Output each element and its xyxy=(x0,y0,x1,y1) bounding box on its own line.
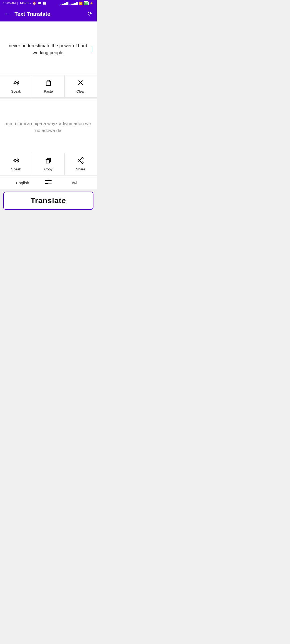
time: 10:05 AM xyxy=(3,2,16,5)
page-title: Text Translate xyxy=(15,11,50,17)
language-bar: English Twi xyxy=(0,176,97,189)
signal-icon-2: ▁▃▅▇ xyxy=(69,2,78,5)
status-left: 10:05 AM | 145KB/s ⏰ 💬 🅿 xyxy=(3,2,46,5)
paste-input-icon xyxy=(45,79,52,88)
history-button[interactable]: ⟳ xyxy=(88,10,92,17)
share-output-label: Share xyxy=(76,167,85,171)
svg-rect-3 xyxy=(47,80,49,82)
svg-point-9 xyxy=(82,158,83,159)
speak-output-icon xyxy=(13,157,20,166)
clear-input-icon xyxy=(77,79,84,88)
copy-output-button[interactable]: Copy xyxy=(32,153,64,175)
swap-languages-button[interactable] xyxy=(41,179,56,187)
svg-point-0 xyxy=(14,82,16,84)
speak-input-icon xyxy=(13,79,20,88)
alarm-icon: ⏰ xyxy=(32,2,36,5)
speak-input-label: Speak xyxy=(11,89,21,93)
copy-output-label: Copy xyxy=(44,167,52,171)
share-output-button[interactable]: Share xyxy=(65,153,97,175)
output-text-content: mmu tumi a nnipa a wɔyɛ adwumaden wɔ no … xyxy=(4,120,92,134)
whatsapp-icon: 💬 xyxy=(38,2,42,5)
input-text-content: never underestimate the power of hard wo… xyxy=(4,42,92,56)
share-output-icon xyxy=(77,157,84,166)
paste-input-label: Paste xyxy=(44,89,53,93)
status-right: ▁▃▅▇ ▁▃▅▇ 📶 63 ⚡ xyxy=(60,1,93,5)
svg-point-11 xyxy=(78,160,79,161)
protect-icon: 🅿 xyxy=(43,2,46,5)
status-bar: 10:05 AM | 145KB/s ⏰ 💬 🅿 ▁▃▅▇ ▁▃▅▇ 📶 63 … xyxy=(0,0,97,6)
output-action-row: Speak Copy Share xyxy=(0,153,97,175)
signal-icon: ▁▃▅▇ xyxy=(60,2,68,5)
network-speed-value: 145KB/s xyxy=(20,2,31,5)
header-left: ← Text Translate xyxy=(4,10,50,17)
clear-input-label: Clear xyxy=(77,89,85,93)
speak-input-button[interactable]: Speak xyxy=(0,75,32,97)
panel-divider xyxy=(0,97,97,98)
speak-output-button[interactable]: Speak xyxy=(0,153,32,175)
svg-point-6 xyxy=(14,159,16,162)
back-button[interactable]: ← xyxy=(4,10,10,17)
text-cursor xyxy=(92,46,92,52)
charging-icon: ⚡ xyxy=(90,2,93,5)
translate-button[interactable]: Translate xyxy=(3,192,93,210)
paste-input-button[interactable]: Paste xyxy=(32,75,64,97)
source-language-button[interactable]: English xyxy=(4,179,41,187)
battery: 63 xyxy=(84,1,89,5)
svg-rect-8 xyxy=(46,159,49,163)
app-header: ← Text Translate ⟳ xyxy=(0,6,97,21)
speak-output-label: Speak xyxy=(11,167,21,171)
output-text-area: mmu tumi a nnipa a wɔyɛ adwumaden wɔ no … xyxy=(4,106,92,148)
svg-point-10 xyxy=(82,162,83,163)
input-text-area[interactable]: never underestimate the power of hard wo… xyxy=(4,28,92,71)
input-panel: never underestimate the power of hard wo… xyxy=(0,21,97,75)
target-language-button[interactable]: Twi xyxy=(56,179,92,187)
svg-line-13 xyxy=(79,161,82,162)
clear-input-button[interactable]: Clear xyxy=(65,75,97,97)
output-panel: mmu tumi a nnipa a wɔyɛ adwumaden wɔ no … xyxy=(0,99,97,153)
copy-output-icon xyxy=(45,157,52,166)
wifi-icon: 📶 xyxy=(79,2,83,5)
input-action-row: Speak Paste Clear xyxy=(0,75,97,97)
svg-line-12 xyxy=(79,159,82,160)
network-speed: | xyxy=(17,2,18,5)
